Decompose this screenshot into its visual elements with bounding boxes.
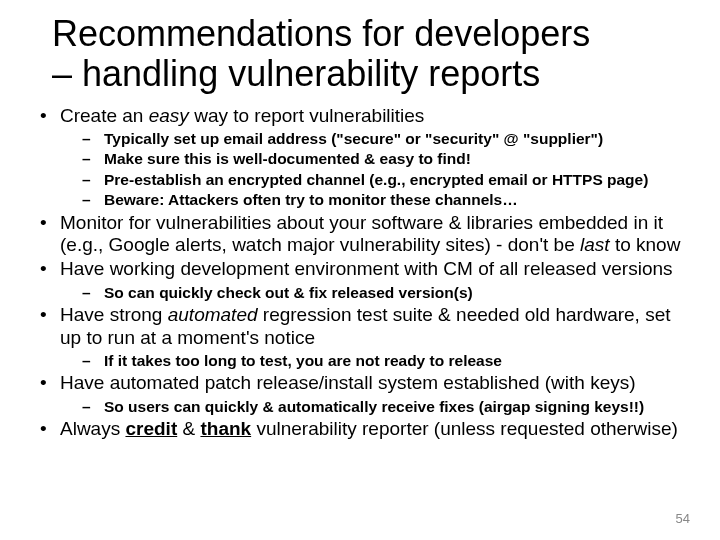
sub-list: Typically set up email address ("secure"…	[74, 129, 692, 210]
text: Always	[60, 418, 125, 439]
text-strong: thank	[200, 418, 251, 439]
page-number: 54	[676, 511, 690, 526]
text: Have working development environment wit…	[60, 258, 673, 279]
sub-item: So users can quickly & automatically rec…	[74, 397, 692, 416]
text: Have strong	[60, 304, 168, 325]
text-em: automated	[168, 304, 258, 325]
text-em: last	[580, 234, 610, 255]
text-strong: credit	[125, 418, 177, 439]
sub-list: So users can quickly & automatically rec…	[74, 397, 692, 416]
text: Monitor for vulnerabilities about your s…	[60, 212, 663, 255]
text: Create an	[60, 105, 149, 126]
bullet-list: Create an easy way to report vulnerabili…	[32, 105, 692, 441]
bullet-item: Always credit & thank vulnerability repo…	[32, 418, 692, 440]
sub-item: So can quickly check out & fix released …	[74, 283, 692, 302]
sub-item: If it takes too long to test, you are no…	[74, 351, 692, 370]
bullet-item: Have strong automated regression test su…	[32, 304, 692, 370]
text: to know	[610, 234, 681, 255]
bullet-item: Have working development environment wit…	[32, 258, 692, 302]
sub-list: If it takes too long to test, you are no…	[74, 351, 692, 370]
sub-list: So can quickly check out & fix released …	[74, 283, 692, 302]
slide-title: Recommendations for developers – handlin…	[52, 14, 692, 95]
bullet-item: Have automated patch release/install sys…	[32, 372, 692, 416]
sub-item: Pre-establish an encrypted channel (e.g.…	[74, 170, 692, 189]
sub-item: Beware: Attackers often try to monitor t…	[74, 190, 692, 209]
bullet-item: Create an easy way to report vulnerabili…	[32, 105, 692, 210]
text: vulnerability reporter (unless requested…	[251, 418, 678, 439]
bullet-item: Monitor for vulnerabilities about your s…	[32, 212, 692, 257]
sub-item: Make sure this is well-documented & easy…	[74, 149, 692, 168]
sub-item: Typically set up email address ("secure"…	[74, 129, 692, 148]
text-em: easy	[149, 105, 189, 126]
text: &	[177, 418, 200, 439]
text: Have automated patch release/install sys…	[60, 372, 636, 393]
title-line-1: Recommendations for developers	[52, 13, 590, 54]
title-line-2: – handling vulnerability reports	[52, 53, 540, 94]
text: way to report vulnerabilities	[189, 105, 425, 126]
